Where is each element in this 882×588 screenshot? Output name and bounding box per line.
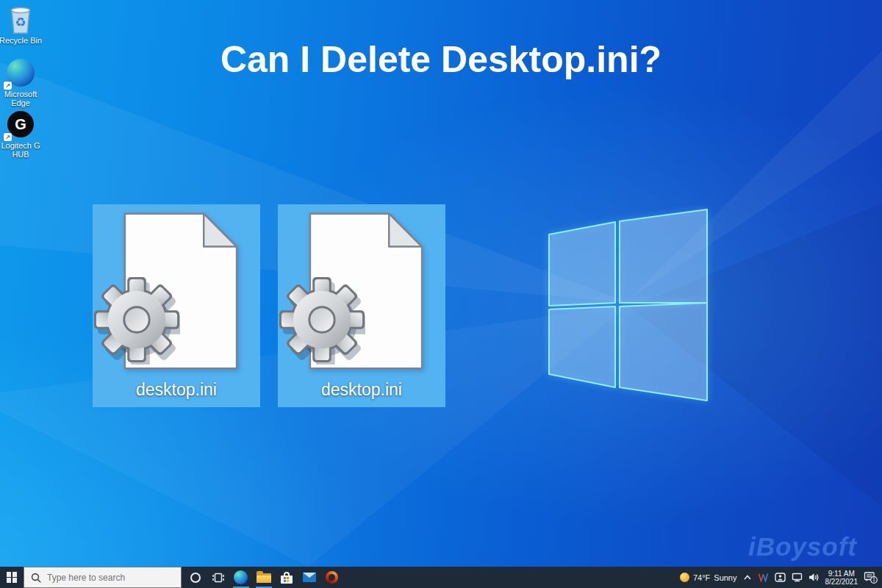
meet-now-icon xyxy=(775,573,786,582)
cortana-button[interactable] xyxy=(184,567,207,588)
volume-button[interactable] xyxy=(808,573,820,582)
network-button[interactable] xyxy=(792,573,803,582)
ethernet-network-icon xyxy=(792,573,803,582)
file-explorer-icon xyxy=(257,572,271,583)
desktop-icon-logitech-g-hub[interactable]: G ↗ Logitech G HUB xyxy=(0,109,43,159)
desktop-icon-recycle-bin[interactable]: ♻ Recycle Bin xyxy=(0,4,43,45)
file-name-label: desktop.ini xyxy=(278,380,445,400)
weather-temp: 74°F xyxy=(693,573,710,582)
desktop-icon-microsoft-edge[interactable]: ↗ Microsoft Edge xyxy=(0,57,43,107)
action-center-button[interactable]: 1 xyxy=(864,571,878,584)
waves-audio-icon xyxy=(758,573,769,582)
weather-widget[interactable]: 74°F Sunny xyxy=(680,573,737,582)
sun-icon xyxy=(680,573,689,582)
system-tray: 74°F Sunny xyxy=(680,567,882,588)
weather-condition: Sunny xyxy=(714,573,736,582)
meet-now-button[interactable] xyxy=(775,573,786,582)
chevron-up-icon xyxy=(743,573,752,582)
start-button[interactable] xyxy=(0,567,24,588)
tray-date: 8/22/2021 xyxy=(825,578,858,586)
office-icon xyxy=(326,571,338,584)
taskbar: 74°F Sunny xyxy=(0,567,882,588)
search-icon xyxy=(31,573,42,584)
svg-text:♻: ♻ xyxy=(15,15,26,29)
file-icon-desktop-ini-2[interactable]: desktop.ini xyxy=(278,204,445,407)
taskbar-search[interactable] xyxy=(24,567,182,588)
cortana-icon xyxy=(190,573,201,583)
windows-start-icon xyxy=(7,572,18,583)
desktop-icon-label: Recycle Bin xyxy=(0,36,43,45)
gear-icon xyxy=(93,275,180,365)
tray-time: 9:11 AM xyxy=(828,570,855,578)
notification-icon: 1 xyxy=(864,571,878,584)
windows-desktop: Can I Delete Desktop.ini? ♻ Recycle Bin … xyxy=(0,0,882,588)
iboysoft-watermark: iBoysoft xyxy=(748,532,857,562)
desktop-icon-label: Microsoft Edge xyxy=(0,90,43,107)
task-view-icon xyxy=(212,571,225,584)
taskbar-app-icons xyxy=(184,567,343,588)
mail-icon xyxy=(303,573,316,582)
shortcut-arrow-icon: ↗ xyxy=(4,82,12,90)
mail-button[interactable] xyxy=(298,567,320,588)
file-icon-desktop-ini-1[interactable]: desktop.ini xyxy=(93,204,260,407)
search-input[interactable] xyxy=(24,567,181,587)
volume-icon xyxy=(808,573,820,582)
file-explorer-button[interactable] xyxy=(252,567,275,588)
taskbar-clock[interactable]: 9:11 AM 8/22/2021 xyxy=(825,570,858,586)
waves-audio-tray-button[interactable] xyxy=(758,573,769,582)
task-view-button[interactable] xyxy=(207,567,229,588)
edge-taskbar-button[interactable] xyxy=(229,567,252,588)
notification-count-badge: 1 xyxy=(872,577,875,582)
page-title: Can I Delete Desktop.ini? xyxy=(0,38,882,81)
desktop-icon-label: Logitech G HUB xyxy=(0,141,43,159)
office-button[interactable] xyxy=(320,567,343,588)
store-icon xyxy=(280,572,293,584)
hidden-icons-button[interactable] xyxy=(743,573,752,582)
recycle-bin-icon: ♻ xyxy=(0,4,43,35)
edge-icon xyxy=(234,570,248,584)
microsoft-store-button[interactable] xyxy=(275,567,298,588)
windows-logo-wallpaper-icon xyxy=(544,204,711,404)
shortcut-arrow-icon: ↗ xyxy=(4,133,12,141)
file-name-label: desktop.ini xyxy=(93,380,260,400)
gear-icon xyxy=(279,275,365,365)
